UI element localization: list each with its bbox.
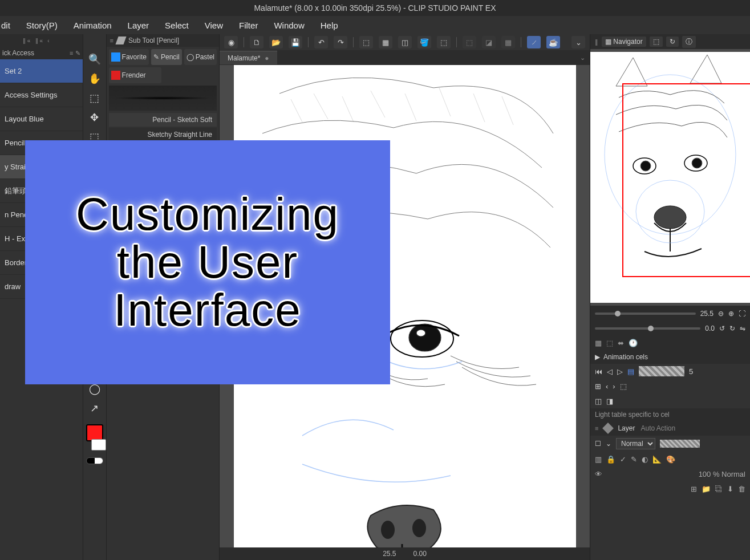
zoom-out-icon[interactable]: ⊖ [718,310,724,318]
rotate-right-icon[interactable]: ↻ [729,324,735,332]
merge-icon[interactable]: ⬇ [727,485,733,493]
qa-set-2[interactable]: Set 2 [0,59,83,83]
zoom-in-icon[interactable]: ⊕ [728,310,734,318]
navigator-view[interactable] [590,49,750,306]
cup-button[interactable]: ☕ [546,36,560,48]
flip-icon[interactable]: ⇋ [740,324,745,332]
navigator-frame[interactable] [622,83,750,277]
rotation-control[interactable]: 0.0 ↺↻⇋ [590,322,750,335]
visibility-icon[interactable]: 👁 [595,470,602,478]
cel-thumbnail[interactable] [639,366,684,376]
invert-button[interactable]: ◫ [398,36,412,48]
snap-ruler-button[interactable]: ⬚ [463,36,476,48]
operation-tool[interactable]: ⬚ [87,90,103,106]
snap-special-button[interactable]: ◪ [482,36,496,48]
new-cel-icon[interactable]: ⊞ [595,382,601,391]
new-layer-icon[interactable]: ⊞ [691,485,697,493]
light-table-icon[interactable]: ◨ [606,397,613,405]
checkbox-icon[interactable]: ☐ [595,440,601,448]
first-frame-icon[interactable]: ⏮ [595,367,602,376]
menu-view[interactable]: View [205,21,223,30]
document-tabs: Malamute*● ⌄ [220,50,590,65]
auto-action-tab[interactable]: Auto Action [640,424,675,432]
color-icon[interactable]: 🎨 [666,455,675,464]
fit-icon[interactable]: ⛶ [739,310,745,318]
nav-tab-info[interactable]: ⓘ [682,36,696,48]
correct-line-tool[interactable]: ↗ [87,400,103,416]
menu-animation[interactable]: Animation [74,21,112,30]
tab-dropdown[interactable]: ⌄ [580,54,590,62]
history-icon[interactable]: 🕐 [629,339,638,347]
qa-layout-blue[interactable]: Layout Blue [0,107,83,131]
blend-mode-select[interactable]: Normal [616,438,655,449]
opacity-slider[interactable] [660,440,700,448]
subtab-favorite[interactable]: Favorite [109,49,149,65]
nav-tab-2[interactable]: ⬚ [650,36,663,47]
select-all-button[interactable]: ▦ [379,36,392,48]
menu-window[interactable]: Window [274,21,304,30]
ruler-layer-icon[interactable]: 📐 [652,455,662,464]
prev-cel-icon[interactable]: ‹ [606,382,608,391]
background-color[interactable] [91,439,106,451]
grid-icon[interactable]: ▦ [595,339,602,347]
scale-button[interactable]: ⬚ [437,36,451,48]
navigator-tab[interactable]: ▦ Navigator [602,36,646,47]
frame-icon[interactable]: ⬚ [606,339,613,347]
duplicate-icon[interactable]: ⿻ [715,485,723,493]
menu-help[interactable]: Help [321,21,338,30]
subtab-pencil[interactable]: ✎ Pencil [151,49,182,65]
menu-filter[interactable]: Filter [239,21,258,30]
zoom-tool[interactable]: 🔍 [87,51,103,67]
brush-sketch-soft[interactable]: Pencil - Sketch Soft [109,113,217,127]
prev-frame-icon[interactable]: ◁ [607,367,613,376]
delete-layer-icon[interactable]: 🗑 [738,485,745,493]
onion-icon[interactable]: ◫ [595,397,602,405]
qa-access-settings[interactable]: Access Settings [0,83,83,107]
brush-sketchy-line[interactable]: Sketchy Straight Line [109,128,217,141]
menu-cel-icon[interactable]: ⬚ [620,382,627,391]
new-button[interactable]: 🗋 [250,36,263,48]
ref-icon[interactable]: ✓ [620,455,626,464]
nav-tab-3[interactable]: ↻ [666,36,679,47]
mask-icon[interactable]: ◐ [642,455,648,464]
menu-select[interactable]: Select [165,21,189,30]
open-button[interactable]: 📂 [269,36,283,48]
lock-icon[interactable]: 🔒 [606,455,615,464]
play-icon[interactable]: ▶ [595,353,600,361]
menu-story[interactable]: Story(P) [26,21,58,30]
fill-button[interactable]: 🪣 [417,36,431,48]
flip-h-icon[interactable]: ⬌ [618,339,624,347]
deselect-button[interactable]: ⬚ [359,36,373,48]
undo-button[interactable]: ↶ [314,36,328,48]
next-cel-icon[interactable]: › [613,382,615,391]
layer-label[interactable]: Layer [618,424,635,432]
clip-mask-icon[interactable]: ▥ [595,455,602,464]
dropdown-icon[interactable]: ⌄ [606,440,611,448]
subtab-frender[interactable]: Frender [109,67,161,83]
clip-studio-icon[interactable]: ◉ [224,36,238,48]
menu-icon[interactable]: ‖ [595,38,598,46]
doc-tab-malamute[interactable]: Malamute*● [220,51,277,64]
menu-icon[interactable]: ≡ [110,37,113,44]
snap-grid-button[interactable]: ▦ [501,36,515,48]
rotate-left-icon[interactable]: ↺ [719,324,725,332]
save-button[interactable]: 💾 [289,36,302,48]
redo-button[interactable]: ↷ [334,36,347,48]
menu-layer[interactable]: Layer [128,21,149,30]
menu-edit[interactable]: dit [1,21,10,30]
move-tool[interactable]: ✥ [87,109,103,125]
draft-icon[interactable]: ✎ [631,455,637,464]
next-frame-icon[interactable]: ▷ [617,367,623,376]
dropdown-icon[interactable]: ⌄ [571,36,585,48]
zoom-control[interactable]: 25.5 ⊖⊕⛶ [590,306,750,322]
hand-tool[interactable]: ✋ [87,71,103,87]
nav-icon-row: ▦ ⬚ ⬌ 🕐 [590,335,750,350]
menu-icon[interactable]: ≡ [595,425,598,432]
cel-stack-icon[interactable]: ▤ [627,367,634,376]
smart-smooth-button[interactable]: ⟋ [527,36,541,48]
new-folder-icon[interactable]: 📁 [702,485,711,493]
transparent-toggle[interactable] [86,457,103,464]
panel-controls[interactable]: ‖ « ‖ « ‹ [0,34,83,47]
subtab-pastel[interactable]: ◯ Pastel [184,49,217,65]
menu-icon[interactable]: ≡ ✎ [70,50,80,57]
